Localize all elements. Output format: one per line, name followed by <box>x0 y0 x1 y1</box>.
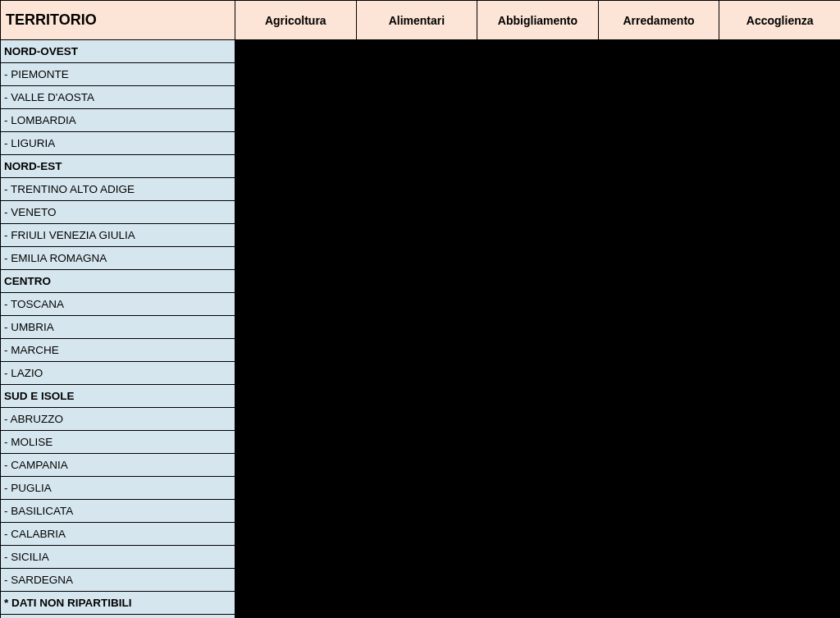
row-label: - TOSCANA <box>1 293 235 316</box>
data-cell <box>477 569 599 592</box>
table-row: - SARDEGNA <box>1 569 841 592</box>
row-label: CENTRO <box>1 270 235 293</box>
data-cell <box>235 63 357 86</box>
data-cell <box>598 362 719 385</box>
data-cell <box>719 385 840 408</box>
row-label: - UMBRIA <box>1 316 235 339</box>
data-cell <box>235 201 357 224</box>
data-cell <box>356 201 477 224</box>
data-cell <box>477 592 599 615</box>
territory-table: TERRITORIO Agricoltura Alimentari Abbigl… <box>0 0 840 618</box>
data-cell <box>719 362 840 385</box>
row-label: - PIEMONTE <box>1 63 235 86</box>
data-cell <box>598 569 719 592</box>
header-abbigliamento: Abbigliamento <box>477 1 599 40</box>
data-cell <box>235 316 357 339</box>
data-cell <box>719 40 840 63</box>
data-cell <box>598 293 719 316</box>
data-cell <box>477 477 599 500</box>
data-cell <box>598 523 719 546</box>
data-cell <box>356 293 477 316</box>
data-cell <box>235 339 357 362</box>
data-cell <box>356 500 477 523</box>
data-cell <box>235 408 357 431</box>
data-cell <box>719 201 840 224</box>
data-cell <box>477 523 599 546</box>
table-row: NORD-OVEST <box>1 40 841 63</box>
data-cell <box>235 40 357 63</box>
data-cell <box>356 569 477 592</box>
data-cell <box>356 109 477 132</box>
data-cell <box>235 592 357 615</box>
data-cell <box>598 201 719 224</box>
data-cell <box>598 109 719 132</box>
table-row: - BASILICATA <box>1 500 841 523</box>
data-cell <box>356 178 477 201</box>
data-cell <box>598 86 719 109</box>
data-cell <box>719 569 840 592</box>
table-row: - CAMPANIA <box>1 454 841 477</box>
data-cell <box>719 132 840 155</box>
data-cell <box>598 132 719 155</box>
header-territory: TERRITORIO <box>1 1 235 40</box>
table-row: - PIEMONTE <box>1 63 841 86</box>
data-cell <box>719 293 840 316</box>
data-cell <box>235 247 357 270</box>
data-cell <box>235 293 357 316</box>
data-cell <box>477 385 599 408</box>
data-cell <box>235 385 357 408</box>
data-cell <box>477 293 599 316</box>
table-row: - MOLISE <box>1 431 841 454</box>
table-row: - VENETO <box>1 201 841 224</box>
data-cell <box>719 592 840 615</box>
data-cell <box>235 155 357 178</box>
table-row: - MARCHE <box>1 339 841 362</box>
data-cell <box>719 316 840 339</box>
data-cell <box>598 500 719 523</box>
data-cell <box>356 385 477 408</box>
row-label: - CAMPANIA <box>1 454 235 477</box>
data-cell <box>477 408 599 431</box>
row-label: - ABRUZZO <box>1 408 235 431</box>
data-cell <box>477 132 599 155</box>
table-row: - LIGURIA <box>1 132 841 155</box>
data-cell <box>235 500 357 523</box>
table-row: - EMILIA ROMAGNA <box>1 247 841 270</box>
row-label: - VALLE D'AOSTA <box>1 86 235 109</box>
data-cell <box>598 63 719 86</box>
data-cell <box>598 155 719 178</box>
data-cell <box>356 592 477 615</box>
data-cell <box>235 454 357 477</box>
data-cell <box>356 270 477 293</box>
data-cell <box>235 224 357 247</box>
table-row: - TOSCANA <box>1 293 841 316</box>
data-cell <box>356 224 477 247</box>
data-cell <box>598 385 719 408</box>
data-cell <box>477 63 599 86</box>
data-cell <box>356 155 477 178</box>
row-label: - LAZIO <box>1 362 235 385</box>
data-cell <box>477 316 599 339</box>
row-label: SUD E ISOLE <box>1 385 235 408</box>
data-cell <box>235 523 357 546</box>
table-row: CENTRO <box>1 270 841 293</box>
row-label: NORD-EST <box>1 155 235 178</box>
data-cell <box>235 477 357 500</box>
data-cell <box>719 523 840 546</box>
data-cell <box>719 339 840 362</box>
row-label: - LOMBARDIA <box>1 109 235 132</box>
data-cell <box>719 477 840 500</box>
data-cell <box>235 178 357 201</box>
data-cell <box>477 224 599 247</box>
data-cell <box>719 86 840 109</box>
table-row: NORD-EST <box>1 155 841 178</box>
data-cell <box>235 109 357 132</box>
table-row: - CALABRIA <box>1 523 841 546</box>
data-cell <box>477 362 599 385</box>
data-cell <box>356 362 477 385</box>
table-row: - UMBRIA <box>1 316 841 339</box>
header-alimentari: Alimentari <box>356 1 477 40</box>
data-cell <box>719 500 840 523</box>
data-cell <box>477 155 599 178</box>
data-cell <box>598 40 719 63</box>
